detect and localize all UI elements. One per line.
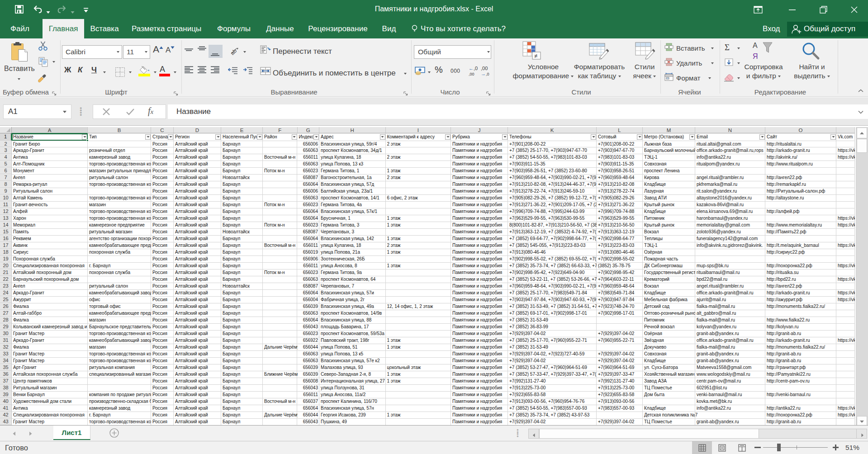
svg-text:Я: Я [753, 52, 758, 60]
svg-text:А: А [753, 42, 758, 49]
svg-text:ab: ab [230, 47, 238, 55]
svg-text:≠: ≠ [534, 52, 537, 59]
